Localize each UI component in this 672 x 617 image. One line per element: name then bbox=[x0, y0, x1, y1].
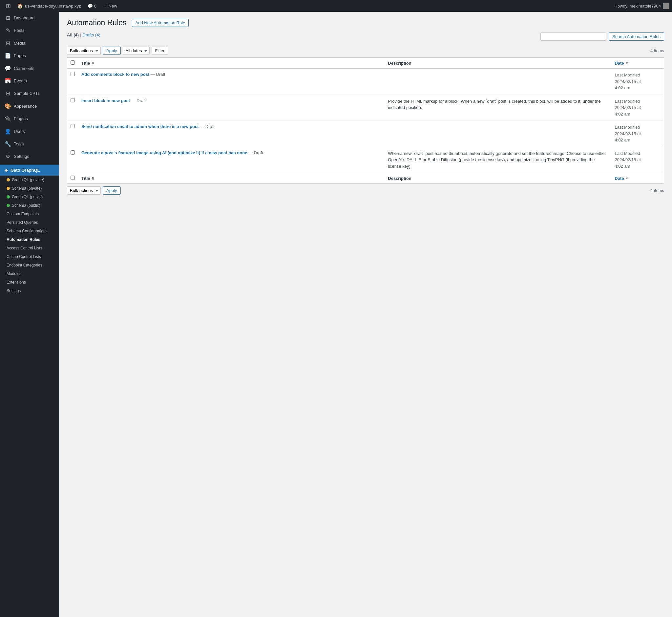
wp-logo-icon[interactable]: ⊞ bbox=[3, 2, 14, 10]
sidebar-item-plugins[interactable]: 🔌 Plugins bbox=[0, 113, 59, 125]
table-row: Send notification email to admin when th… bbox=[67, 121, 664, 147]
table-footer-row: Title ⇅ Description Date ▼ bbox=[67, 173, 664, 184]
sidebar-item-access-control-lists[interactable]: Access Control Lists bbox=[0, 244, 59, 252]
table-row: Add comments block to new post — Draft L… bbox=[67, 68, 664, 95]
sidebar-item-extensions[interactable]: Extensions bbox=[0, 278, 59, 286]
footer-title-sort[interactable]: Title ⇅ bbox=[81, 176, 381, 181]
apply-button-bottom[interactable]: Apply bbox=[103, 186, 121, 195]
graphiql-private-dot bbox=[7, 178, 10, 182]
sidebar-item-settings-gato[interactable]: Settings bbox=[0, 286, 59, 295]
title-sort-icon: ⇅ bbox=[91, 61, 94, 65]
row1-checkbox[interactable] bbox=[70, 72, 75, 76]
sidebar-item-schema-configurations[interactable]: Schema Configurations bbox=[0, 227, 59, 235]
search-input[interactable] bbox=[540, 32, 606, 41]
graphiql-public-label: GraphiQL (public) bbox=[12, 195, 43, 199]
date-filter-select[interactable]: All dates bbox=[123, 47, 150, 55]
graphiql-private-label: GraphiQL (private) bbox=[12, 178, 44, 182]
table-body: Add comments block to new post — Draft L… bbox=[67, 68, 664, 184]
sidebar-label-settings: Settings bbox=[14, 154, 29, 160]
row4-cb-cell bbox=[67, 147, 78, 173]
sep1: | bbox=[80, 32, 81, 37]
filter-button[interactable]: Filter bbox=[152, 47, 168, 55]
sidebar-item-comments[interactable]: 💬 Comments bbox=[0, 62, 59, 75]
row2-title-link[interactable]: Insert block in new post bbox=[81, 98, 130, 103]
row4-checkbox[interactable] bbox=[70, 150, 75, 155]
dashboard-icon: ⊞ bbox=[5, 14, 11, 22]
site-url: us-vendace-duyu.instawp.xyz bbox=[25, 4, 81, 9]
sidebar-label-pages: Pages bbox=[14, 53, 26, 59]
bulk-actions-select-bottom[interactable]: Bulk actions bbox=[67, 186, 101, 195]
tools-icon: 🔧 bbox=[5, 141, 11, 148]
title-sort[interactable]: Title ⇅ bbox=[81, 61, 381, 66]
table-row: Generate a post's featured image using A… bbox=[67, 147, 664, 173]
sidebar-item-modules[interactable]: Modules bbox=[0, 269, 59, 278]
sidebar-item-dashboard[interactable]: ⊞ Dashboard bbox=[0, 12, 59, 24]
admin-bar-comments[interactable]: 💬 0 bbox=[84, 4, 100, 9]
footer-date-sort[interactable]: Date ▼ bbox=[615, 176, 661, 181]
select-all-footer-checkbox[interactable] bbox=[70, 176, 75, 180]
sidebar-item-media[interactable]: ⊟ Media bbox=[0, 37, 59, 49]
sidebar-item-users[interactable]: 👤 Users bbox=[0, 125, 59, 138]
sidebar-label-dashboard: Dashboard bbox=[14, 15, 35, 21]
sidebar-item-endpoint-categories[interactable]: Endpoint Categories bbox=[0, 261, 59, 269]
table-head: Title ⇅ Description Date ▼ bbox=[67, 58, 664, 68]
filter-drafts[interactable]: Drafts (4) bbox=[83, 32, 100, 37]
gato-graphql-title[interactable]: ◈ Gato GraphQL bbox=[0, 165, 59, 176]
row1-title-link[interactable]: Add comments block to new post bbox=[81, 72, 149, 77]
date-sort[interactable]: Date ▼ bbox=[615, 61, 661, 66]
drafts-count: (4) bbox=[95, 32, 100, 37]
sidebar-label-comments: Comments bbox=[14, 66, 34, 71]
sidebar-item-tools[interactable]: 🔧 Tools bbox=[0, 138, 59, 150]
avatar bbox=[663, 3, 669, 9]
admin-bar-site[interactable]: 🏠 us-vendace-duyu.instawp.xyz bbox=[14, 3, 84, 9]
sidebar-label-tools: Tools bbox=[14, 141, 24, 147]
th-footer-description: Description bbox=[385, 173, 611, 184]
main-content: Automation Rules Add New Automation Rule… bbox=[59, 12, 672, 617]
appearance-icon: 🎨 bbox=[5, 103, 11, 110]
sidebar-label-posts: Posts bbox=[14, 28, 25, 33]
row3-title-link[interactable]: Send notification email to admin when th… bbox=[81, 124, 199, 129]
row1-title-cell: Add comments block to new post — Draft bbox=[78, 68, 385, 95]
sidebar-label-users: Users bbox=[14, 129, 25, 135]
bulk-actions-select[interactable]: Bulk actions bbox=[67, 47, 101, 55]
sidebar-item-automation-rules[interactable]: Automation Rules bbox=[0, 235, 59, 244]
row2-cb-cell bbox=[67, 94, 78, 121]
add-new-automation-rule-button[interactable]: Add New Automation Rule bbox=[132, 19, 189, 27]
schema-private-dot bbox=[7, 187, 10, 190]
schema-public-dot bbox=[7, 204, 10, 207]
select-all-checkbox[interactable] bbox=[70, 60, 75, 65]
footer-title-sort-icon: ⇅ bbox=[91, 177, 94, 180]
sidebar-item-schema-private[interactable]: Schema (private) bbox=[0, 184, 59, 193]
date-sort-icon: ▼ bbox=[625, 61, 629, 65]
admin-bar-new[interactable]: ＋ New bbox=[100, 3, 121, 9]
filter-all[interactable]: All (4) bbox=[67, 32, 79, 37]
row4-status: — Draft bbox=[248, 150, 263, 155]
row1-date-cell: Last Modified2024/02/15 at4:02 am bbox=[612, 68, 664, 95]
sidebar-item-graphiql-private[interactable]: GraphiQL (private) bbox=[0, 176, 59, 184]
page-header: Automation Rules Add New Automation Rule bbox=[67, 18, 664, 27]
graphiql-public-dot bbox=[7, 195, 10, 199]
sidebar-item-schema-public[interactable]: Schema (public) bbox=[0, 201, 59, 210]
row2-checkbox[interactable] bbox=[70, 98, 75, 102]
gato-label: Gato GraphQL bbox=[10, 168, 40, 173]
sidebar-item-pages[interactable]: 📄 Pages bbox=[0, 49, 59, 62]
row4-title-link[interactable]: Generate a post's featured image using A… bbox=[81, 150, 247, 155]
sidebar-item-appearance[interactable]: 🎨 Appearance bbox=[0, 100, 59, 113]
sidebar-item-sample-cpts[interactable]: ⊞ Sample CPTs bbox=[0, 87, 59, 100]
sidebar-label-plugins: Plugins bbox=[14, 116, 28, 122]
th-footer-date: Date ▼ bbox=[612, 173, 664, 184]
sidebar-item-cache-control-lists[interactable]: Cache Control Lists bbox=[0, 252, 59, 261]
sidebar-item-settings[interactable]: ⚙ Settings bbox=[0, 150, 59, 163]
search-row: Search Automation Rules bbox=[540, 32, 664, 41]
row3-checkbox[interactable] bbox=[70, 124, 75, 128]
row4-title-cell: Generate a post's featured image using A… bbox=[78, 147, 385, 173]
sidebar-item-graphiql-public[interactable]: GraphiQL (public) bbox=[0, 193, 59, 201]
search-automation-rules-button[interactable]: Search Automation Rules bbox=[609, 32, 664, 41]
row3-status: — Draft bbox=[200, 124, 215, 129]
sidebar-item-custom-endpoints[interactable]: Custom Endpoints bbox=[0, 210, 59, 218]
plus-icon: ＋ bbox=[103, 3, 107, 9]
sidebar-item-posts[interactable]: ✎ Posts bbox=[0, 24, 59, 37]
sidebar-item-events[interactable]: 📅 Events bbox=[0, 75, 59, 87]
apply-button-top[interactable]: Apply bbox=[103, 47, 121, 55]
sidebar-item-persisted-queries[interactable]: Persisted Queries bbox=[0, 218, 59, 227]
